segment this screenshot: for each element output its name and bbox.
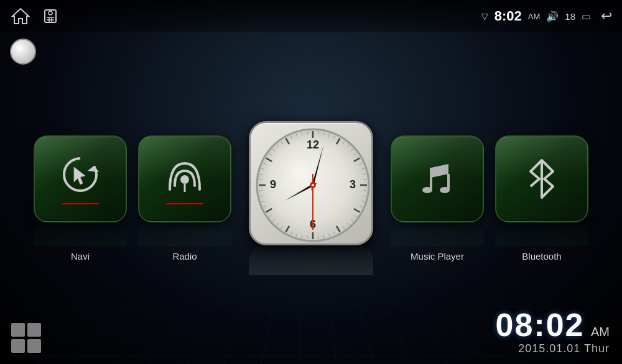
navi-icon-box [34,135,127,222]
radio-icon-inner [139,137,230,221]
svg-point-14 [440,187,450,193]
music-player-button[interactable]: Music Player [391,135,484,262]
music-icon-box [391,135,484,222]
signal-icon: ▽ [481,11,488,21]
back-icon[interactable]: ↩ [601,8,612,24]
radio-reflection [138,221,231,246]
battery-icon: ▭ [582,11,591,22]
navi-icon-inner [35,137,126,221]
status-bar: ▽ 8:02 AM 🔊 18 ▭ ↩ [0,0,622,32]
grid-cell-3 [11,339,25,353]
grid-cell-1 [11,323,25,337]
bluetooth-svg-icon [517,154,567,204]
navi-svg-icon [55,153,105,198]
bottom-time-value: 08:02 [496,307,585,343]
bluetooth-icon-box [495,135,588,222]
clock-widget [249,121,373,275]
status-ampm: AM [528,12,541,21]
volume-level: 18 [565,11,575,22]
status-bar-left [10,6,61,27]
clock-reflection [249,244,373,275]
svg-rect-0 [45,10,56,22]
grid-cell-4 [27,339,41,353]
grid-cell-2 [27,323,41,337]
home-icon[interactable] [10,6,31,27]
status-time: 8:02 [494,8,522,24]
navi-red-line [62,203,99,204]
radio-svg-icon [160,153,210,198]
radio-red-line [166,203,203,204]
radio-icon-box [138,135,231,222]
apps-row: Navi Radio [34,121,588,275]
bluetooth-reflection [495,221,588,246]
building-icon[interactable] [40,6,61,27]
grid-menu-icon[interactable] [11,323,41,353]
bottom-time-display: 08:02 AM 2015.01.01 Thur [496,309,610,355]
bluetooth-label: Bluetooth [522,251,561,262]
volume-icon: 🔊 [546,11,559,22]
bottom-ampm: AM [591,325,610,339]
svg-point-6 [64,158,96,191]
bottom-date: 2015.01.01 Thur [496,342,610,355]
radio-label: Radio [172,251,197,262]
music-svg-icon [412,157,462,201]
navi-reflection [34,221,127,246]
svg-marker-7 [88,166,99,172]
navi-label: Navi [71,251,90,262]
status-bar-right: ▽ 8:02 AM 🔊 18 ▭ ↩ [481,8,612,24]
radio-button[interactable]: Radio [138,135,231,262]
bottom-clock: 08:02 AM [496,309,610,341]
music-icon-inner [392,137,483,221]
circle-button[interactable] [10,39,36,65]
music-reflection [391,221,484,246]
svg-point-1 [49,11,52,15]
svg-point-9 [180,175,189,184]
svg-point-13 [422,187,432,193]
music-label: Music Player [411,251,464,262]
navi-button[interactable]: Navi [34,135,127,262]
svg-marker-8 [74,167,85,184]
clock-canvas [251,123,373,245]
clock-box [249,121,373,245]
bluetooth-icon-inner [496,137,587,221]
bluetooth-button[interactable]: Bluetooth [495,135,588,262]
